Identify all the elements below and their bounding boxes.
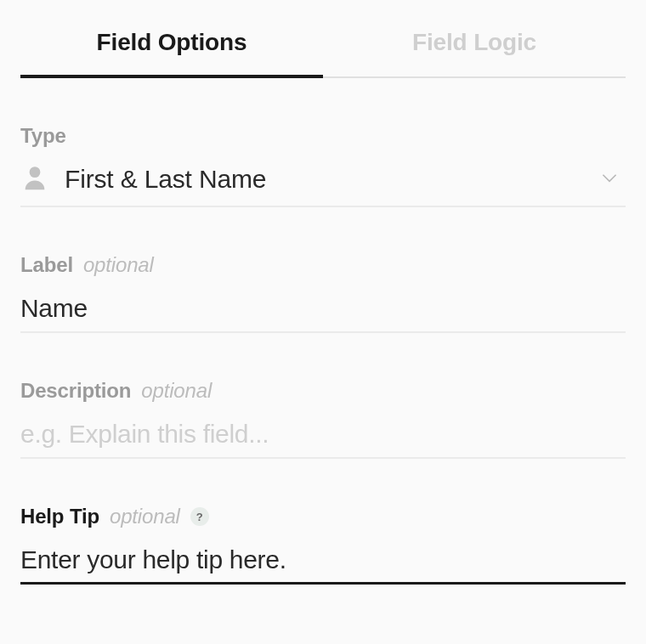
svg-point-0 [30,167,41,178]
type-value: First & Last Name [65,165,583,194]
help-icon[interactable]: ? [190,507,209,526]
label-input[interactable] [20,291,626,333]
help-tip-label: Help Tip [20,505,99,528]
description-group: Description optional [20,379,626,459]
label-group: Label optional [20,253,626,333]
tab-label: Field Options [97,29,247,55]
description-optional: optional [141,379,212,403]
help-tip-input[interactable] [20,542,626,585]
tab-label: Field Logic [412,29,536,55]
chevron-down-icon [598,167,620,192]
label-label-row: Label optional [20,253,626,277]
type-label-row: Type [20,124,626,148]
tabs: Field Options Field Logic [20,20,626,78]
label-label: Label [20,253,73,277]
label-optional: optional [83,253,154,277]
tab-field-logic[interactable]: Field Logic [323,20,626,78]
help-tip-group: Help Tip optional ? [20,505,626,585]
description-label-row: Description optional [20,379,626,403]
field-editor-panel: Field Options Field Logic Type First & L… [0,0,646,585]
help-tip-optional: optional [110,505,180,528]
type-label: Type [20,124,66,148]
tab-field-options[interactable]: Field Options [20,20,323,78]
person-icon [20,163,49,195]
description-label: Description [20,379,131,403]
type-select[interactable]: First & Last Name [20,163,626,207]
help-tip-label-row: Help Tip optional ? [20,505,626,528]
description-input[interactable] [20,416,626,459]
type-group: Type First & Last Name [20,124,626,207]
